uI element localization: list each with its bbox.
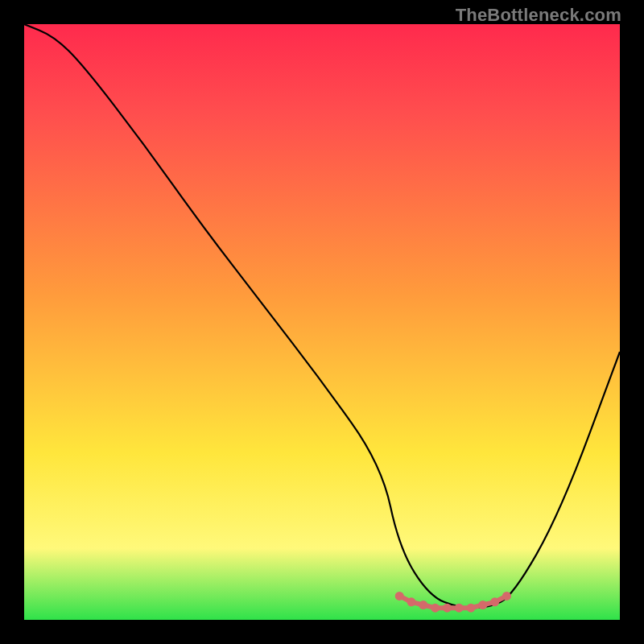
chart-frame: TheBottleneck.com xyxy=(0,0,644,644)
background-gradient xyxy=(24,24,620,620)
plot-area xyxy=(24,24,620,620)
svg-rect-0 xyxy=(24,24,620,620)
watermark-text: TheBottleneck.com xyxy=(456,5,621,26)
